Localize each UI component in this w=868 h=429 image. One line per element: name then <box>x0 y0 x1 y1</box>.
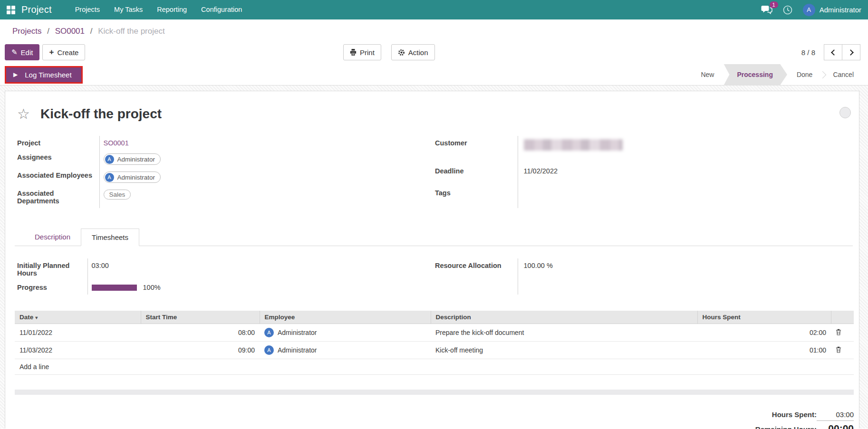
stage-processing[interactable]: Processing <box>723 64 787 86</box>
tab-description[interactable]: Description <box>24 229 81 246</box>
pager-previous-button[interactable] <box>824 44 842 60</box>
field-label: Project <box>17 136 99 150</box>
field-project: Project SO0001 <box>17 136 428 150</box>
task-title: Kick-off the project <box>40 106 162 122</box>
pager-value: 8 / 8 <box>801 48 815 57</box>
activities-icon[interactable] <box>783 5 792 15</box>
nav-item-reporting[interactable]: Reporting <box>150 0 194 19</box>
breadcrumb-current: Kick-off the project <box>98 27 164 36</box>
nav-item-configuration[interactable]: Configuration <box>194 0 249 19</box>
action-button[interactable]: Action <box>391 44 435 60</box>
field-label: Initially Planned Hours <box>17 258 87 280</box>
field-label: Associated Employees <box>17 168 99 186</box>
kanban-state-circle[interactable] <box>839 107 851 118</box>
nav-item-projects[interactable]: Projects <box>68 0 107 19</box>
trash-icon <box>836 346 841 353</box>
avatar: A <box>105 155 114 164</box>
user-avatar: A <box>803 4 815 16</box>
user-name: Administrator <box>820 6 861 14</box>
breadcrumb-separator: / <box>90 27 93 36</box>
sort-desc-icon: ▾ <box>35 315 38 320</box>
nav-menu: Projects My Tasks Reporting Configuratio… <box>68 0 250 19</box>
cell-employee: AAdministrator <box>260 342 431 359</box>
stage-done[interactable]: Done <box>787 64 822 86</box>
favorite-star-icon[interactable]: ☆ <box>17 107 30 121</box>
field-resource-allocation: Resource Allocation 100.00 % <box>435 258 853 295</box>
pencil-icon: ✎ <box>11 48 18 57</box>
pager-next-button[interactable] <box>842 44 860 60</box>
employee-chip: A Administrator <box>104 172 161 183</box>
clock-icon <box>783 5 792 15</box>
progress-bar <box>92 285 137 291</box>
cell-description: Prepare the kick-off document <box>431 324 697 342</box>
table-row[interactable]: 11/01/2022 08:00 AAdministrator Prepare … <box>15 324 854 342</box>
timesheet-fields-left: Initially Planned Hours 03:00 Progress 1… <box>17 258 428 295</box>
column-start-time[interactable]: Start Time <box>141 311 260 324</box>
field-label: Progress <box>17 280 87 295</box>
cell-hours: 01:00 <box>697 342 831 359</box>
assignee-chip: A Administrator <box>104 153 161 165</box>
plus-icon: + <box>49 48 54 57</box>
field-customer: Customer <box>435 136 853 164</box>
chevron-right-icon <box>848 49 854 56</box>
column-employee[interactable]: Employee <box>260 311 431 324</box>
field-label: Assignees <box>17 150 99 168</box>
stage-cancel[interactable]: Cancel <box>823 64 863 86</box>
statusbar: ▶ Log Timesheet New Processing Done Canc… <box>0 64 868 86</box>
log-timesheet-highlight-box: ▶ Log Timesheet <box>5 66 83 84</box>
resource-allocation-value: 100.00 % <box>518 258 853 295</box>
apps-grid-icon[interactable] <box>7 6 15 14</box>
printer-icon <box>350 49 357 56</box>
column-hours-spent[interactable]: Hours Spent <box>697 311 831 324</box>
hours-spent-value: 03:00 <box>817 410 854 421</box>
play-icon: ▶ <box>13 71 18 78</box>
log-timesheet-button[interactable]: ▶ Log Timesheet <box>6 67 81 82</box>
create-button[interactable]: + Create <box>42 44 85 60</box>
breadcrumb: Projects / SO0001 / Kick-off the project <box>0 19 868 40</box>
form-sheet: ☆ Kick-off the project Project SO0001 As… <box>5 91 859 429</box>
app-title[interactable]: Project <box>21 4 52 15</box>
remaining-hours-value: 00:00 <box>817 423 854 429</box>
column-date[interactable]: Date▾ <box>15 311 141 324</box>
cell-start-time: 09:00 <box>141 342 260 359</box>
avatar: A <box>264 328 274 337</box>
planned-hours-value: 03:00 <box>87 258 428 280</box>
user-menu[interactable]: A Administrator <box>803 4 861 16</box>
breadcrumb-projects[interactable]: Projects <box>12 27 41 36</box>
chevron-left-icon <box>831 49 837 56</box>
cell-date: 11/03/2022 <box>15 342 141 359</box>
field-tags: Tags <box>435 186 853 208</box>
department-chip: Sales <box>104 190 131 200</box>
delete-row-button[interactable] <box>836 346 841 354</box>
field-label: Customer <box>435 136 518 164</box>
breadcrumb-so0001[interactable]: SO0001 <box>55 27 85 36</box>
print-button[interactable]: Print <box>343 44 381 60</box>
table-row[interactable]: 11/03/2022 09:00 AAdministrator Kick-off… <box>15 342 854 359</box>
edit-button[interactable]: ✎ Edit <box>5 44 39 60</box>
notebook-tabs: Description Timesheets <box>15 228 853 246</box>
remaining-hours-label: Remaining Hours: <box>755 425 817 429</box>
tab-timesheets[interactable]: Timesheets <box>81 229 139 246</box>
customer-value-redacted <box>524 139 623 151</box>
field-label: Resource Allocation <box>435 258 518 295</box>
stage-pipeline: New Processing Done Cancel <box>691 64 863 86</box>
nav-item-my-tasks[interactable]: My Tasks <box>107 0 150 19</box>
delete-row-button[interactable] <box>836 329 841 337</box>
field-planned-hours: Initially Planned Hours 03:00 <box>17 258 428 280</box>
timesheet-fields-right: Resource Allocation 100.00 % <box>435 258 853 295</box>
project-link[interactable]: SO0001 <box>104 139 129 147</box>
stage-new[interactable]: New <box>691 64 723 86</box>
cell-description: Kick-off meeting <box>431 342 697 359</box>
field-group-right: Customer Deadline 11/02/2022 Tags <box>435 136 853 208</box>
cell-date: 11/01/2022 <box>15 324 141 342</box>
messages-badge: 1 <box>770 1 778 8</box>
avatar: A <box>264 345 274 355</box>
field-progress: Progress 100% <box>17 280 428 295</box>
messages-icon[interactable]: 1 <box>761 5 772 14</box>
column-description[interactable]: Description <box>431 311 697 324</box>
totals-block: Hours Spent: 03:00 Remaining Hours: 00:0… <box>15 410 854 429</box>
form-background: ☆ Kick-off the project Project SO0001 As… <box>0 86 868 429</box>
deadline-value: 11/02/2022 <box>518 164 853 186</box>
field-label: Associated Departments <box>17 186 99 208</box>
add-a-line-link[interactable]: Add a line <box>15 359 854 375</box>
